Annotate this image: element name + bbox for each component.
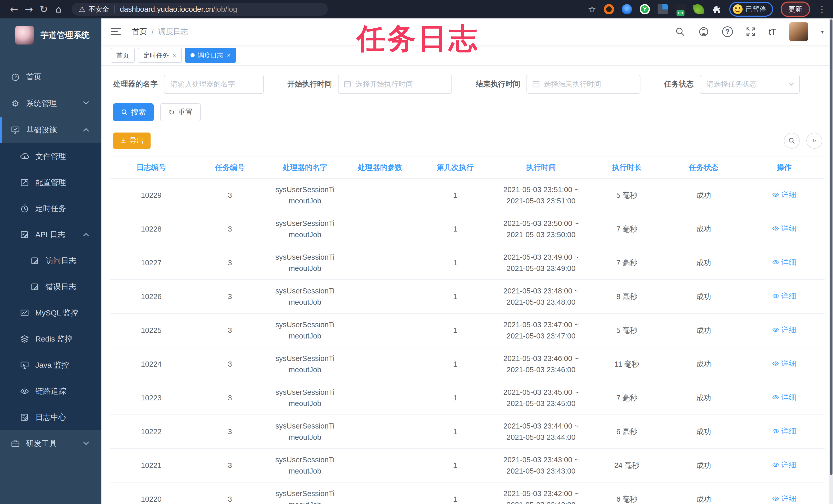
detail-link[interactable]: 详细 [772, 493, 796, 504]
sidebar-item-config-manage[interactable]: 配置管理 [0, 169, 101, 196]
address-bar[interactable]: ⚠ 不安全 dashboard.yudao.iocoder.cn /job/lo… [72, 3, 328, 16]
reset-button-label: 重置 [178, 107, 193, 118]
detail-link[interactable]: 详细 [772, 358, 796, 369]
cell-log-id: 10221 [110, 449, 192, 482]
sidebar-item-infrastructure[interactable]: 基础设施 [0, 117, 101, 143]
user-avatar-image[interactable] [789, 22, 808, 41]
reset-button[interactable]: ↻ 重置 [160, 103, 201, 121]
sidebar-item-api-log[interactable]: API 日志 [0, 222, 101, 248]
extensions-puzzle-icon[interactable] [711, 4, 722, 14]
tab-close-icon[interactable]: × [173, 52, 176, 59]
tab-job-log[interactable]: 调度日志 × [185, 48, 236, 63]
sidebar-item-label: 首页 [26, 72, 42, 82]
detail-link-label: 详细 [781, 257, 796, 268]
export-button[interactable]: 导出 [113, 132, 150, 149]
end-time-input[interactable] [526, 75, 640, 94]
table-row: 10227 3 sysUserSessionTimeoutJob 1 2021-… [110, 246, 825, 280]
sidebar-item-redis-monitor[interactable]: Redis 监控 [0, 326, 101, 352]
sidebar-item-cron-job[interactable]: 定时任务 [0, 196, 101, 222]
browser-update-button[interactable]: 更新 [781, 2, 810, 17]
detail-link[interactable]: 详细 [772, 257, 796, 268]
search-icon[interactable] [675, 27, 685, 37]
sidebar-item-home[interactable]: 首页 [0, 64, 101, 90]
cell-execute-index: 1 [418, 449, 493, 482]
sidebar-item-log-center[interactable]: 日志中心 [0, 404, 101, 430]
refresh-table-button[interactable]: ↻ [806, 133, 822, 149]
begin-time-input[interactable] [338, 75, 452, 94]
browser-back-icon[interactable]: ← [7, 4, 22, 15]
sidebar-fold-icon[interactable] [111, 28, 121, 35]
breadcrumb-home[interactable]: 首页 [132, 27, 147, 37]
cell-task-id: 3 [192, 246, 267, 280]
column-header[interactable]: 处理器的参数 [342, 157, 418, 178]
search-button[interactable]: 搜索 [113, 103, 153, 121]
sidebar-item-label: 日志中心 [35, 412, 66, 423]
table-row: 10222 3 sysUserSessionTimeoutJob 1 2021-… [110, 415, 825, 449]
github-icon[interactable] [698, 26, 709, 37]
browser-forward-icon[interactable]: → [22, 4, 37, 15]
column-header[interactable]: 第几次执行 [418, 157, 493, 178]
detail-link[interactable]: 详细 [772, 223, 796, 234]
sidebar-item-label: 访问日志 [46, 256, 76, 266]
cell-handler-param [342, 280, 418, 313]
detail-link[interactable]: 详细 [772, 189, 796, 200]
leaf-extension-icon[interactable] [693, 3, 705, 15]
grid-extension-icon[interactable] [658, 4, 668, 14]
browser-menu-icon[interactable]: ⋮ [818, 8, 826, 11]
onetab-extension-icon[interactable]: on [675, 4, 686, 14]
handler-name-input[interactable] [164, 75, 264, 94]
browser-home-icon[interactable]: ⌂ [51, 4, 66, 15]
cell-execute-index: 1 [418, 246, 493, 280]
cell-actions: 详细 [743, 381, 825, 415]
detail-link[interactable]: 详细 [772, 459, 796, 471]
cell-log-id: 10227 [110, 246, 192, 280]
help-icon[interactable]: ? [722, 26, 733, 37]
execute-time-start: 2021-05-03 23:51:00 ~ [498, 184, 584, 195]
scrollbar-thumb[interactable] [830, 20, 832, 475]
adblock-extension-icon[interactable] [604, 4, 614, 14]
sidebar-item-java-monitor[interactable]: Java 监控 [0, 352, 101, 378]
cell-log-id: 10226 [110, 280, 192, 313]
cell-status: 成功 [664, 449, 743, 482]
column-header[interactable]: 任务编号 [192, 157, 267, 178]
column-header[interactable]: 执行时长 [589, 157, 664, 178]
tab-cron-job[interactable]: 定时任务 × [138, 48, 182, 63]
fullscreen-icon[interactable] [746, 27, 756, 37]
column-header[interactable]: 操作 [743, 157, 825, 178]
profile-paused-badge[interactable]: 已暂停 [729, 2, 773, 17]
browser-reload-icon[interactable]: ↻ [37, 4, 51, 15]
sidebar-item-label: MySQL 监控 [35, 308, 78, 318]
column-header[interactable]: 任务状态 [664, 157, 743, 178]
bookmark-star-icon[interactable]: ☆ [588, 4, 596, 15]
sidebar-item-mysql-monitor[interactable]: MySQL 监控 [0, 300, 101, 326]
annotation-title: 任务日志 [356, 20, 479, 58]
column-header[interactable]: 日志编号 [110, 157, 192, 178]
green-y-extension-icon[interactable]: Y [640, 4, 650, 14]
toggle-search-button[interactable] [784, 133, 800, 149]
detail-link[interactable]: 详细 [772, 324, 796, 335]
blue-pin-extension-icon[interactable] [622, 4, 632, 14]
window-scrollbar[interactable] [829, 19, 833, 504]
column-header[interactable]: 处理器的名字 [267, 157, 342, 178]
avatar-caret-down-icon[interactable]: ▾ [821, 29, 824, 35]
task-status-select[interactable] [700, 75, 800, 94]
execute-time-end: 2021-05-03 23:46:00 [498, 364, 584, 375]
sidebar-item-tracing[interactable]: 链路追踪 [0, 378, 101, 404]
detail-link[interactable]: 详细 [772, 291, 796, 302]
sidebar-item-error-log[interactable]: 错误日志 [0, 274, 101, 300]
sidebar-item-dev-tools[interactable]: 研发工具 [0, 430, 101, 457]
tab-close-icon[interactable]: × [227, 52, 231, 59]
sidebar-item-file-manage[interactable]: 文件管理 [0, 143, 101, 169]
tab-home[interactable]: 首页 [111, 48, 135, 63]
cell-task-id: 3 [192, 212, 267, 246]
detail-link[interactable]: 详细 [772, 425, 796, 437]
column-header[interactable]: 执行时间 [493, 157, 589, 178]
sidebar-item-access-log[interactable]: 访问日志 [0, 248, 101, 274]
execute-time-end: 2021-05-03 23:49:00 [498, 263, 584, 274]
detail-link[interactable]: 详细 [772, 392, 796, 403]
execute-time-end: 2021-05-03 23:50:00 [498, 229, 584, 240]
sidebar-item-system[interactable]: ⚙ 系统管理 [0, 90, 101, 117]
font-size-icon[interactable]: tT [769, 27, 777, 37]
cell-task-id: 3 [192, 415, 267, 449]
monitor-icon [20, 360, 30, 370]
